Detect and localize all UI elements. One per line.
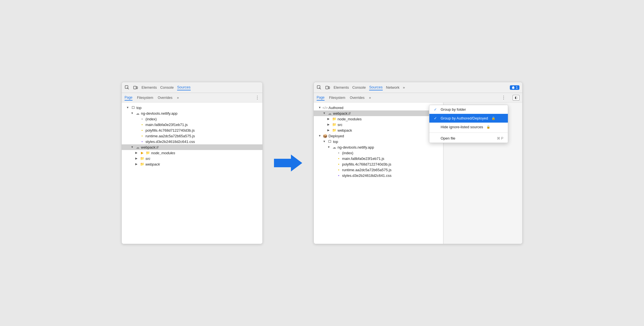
folder-orange-icon-src-left: 📁 bbox=[140, 156, 144, 161]
item-label-styles: styles.d3e2b24618d2c641.css bbox=[145, 140, 195, 144]
right-toolbar-actions: 1 bbox=[510, 85, 519, 90]
right-subtab-more[interactable]: » bbox=[369, 95, 371, 100]
item-label-webpack-folder-left: webpack bbox=[145, 162, 160, 166]
right-tab-network[interactable]: Network bbox=[386, 85, 400, 90]
right-tab-sources[interactable]: Sources bbox=[369, 84, 383, 90]
dropdown-item-open-file[interactable]: ✓ Open file ⌘ P bbox=[429, 134, 508, 143]
notification-badge[interactable]: 1 bbox=[510, 85, 519, 90]
chevron-top bbox=[126, 106, 130, 109]
right-toolbar: Elements Console Sources Network » 1 bbox=[314, 82, 522, 93]
item-label-index: (index) bbox=[145, 117, 157, 121]
tree-item-index[interactable]: ▪ (index) bbox=[122, 116, 262, 122]
right-tab-more[interactable]: » bbox=[403, 85, 405, 90]
chevron-webpack-left bbox=[131, 145, 134, 149]
device-toggle-icon[interactable] bbox=[133, 85, 138, 90]
tree-item-index-deployed[interactable]: ▪ (index) bbox=[314, 150, 443, 156]
left-tab-sources[interactable]: Sources bbox=[177, 84, 191, 90]
tree-item-ng-devtools-deployed[interactable]: ☁ ng-devtools.netlify.app bbox=[314, 144, 443, 150]
tree-item-src-right[interactable]: 📁 src bbox=[314, 122, 443, 127]
dropdown-item-hide-ignore[interactable]: ✓ Hide ignore-listed sources 🔒 bbox=[429, 123, 508, 131]
left-subtab-page[interactable]: Page bbox=[125, 95, 132, 101]
item-label-webpack-authored: webpack:// bbox=[333, 111, 351, 116]
dropdown-item-group-authored-deployed[interactable]: ✓ Group by Authored/Deployed 🔒 bbox=[429, 114, 508, 123]
right-tree-view: </> Authored ☁ webpack:// 📁 node_modules bbox=[314, 103, 443, 244]
tree-item-polyfills[interactable]: ▪ polyfills.4c768d7122740d3b.js bbox=[122, 127, 262, 133]
item-label-top-deployed: top bbox=[333, 140, 338, 144]
item-label-main-deployed: main.fa8bfa0e23f1eb71.js bbox=[342, 157, 384, 161]
tree-item-main-deployed[interactable]: ▪ main.fa8bfa0e23f1eb71.js bbox=[314, 156, 443, 161]
right-devtools-panel: Elements Console Sources Network » 1 Pag… bbox=[314, 82, 523, 244]
tree-item-webpack-folder-right[interactable]: 📁 webpack bbox=[314, 127, 443, 133]
item-label-webpack-left: webpack:// bbox=[141, 145, 158, 149]
left-toolbar: Elements Console Sources bbox=[122, 82, 262, 93]
chevron-src-left bbox=[135, 157, 139, 160]
left-subtab-filesystem[interactable]: Filesystem bbox=[137, 95, 153, 100]
item-label-ng-devtools: ng-devtools.netlify.app bbox=[141, 111, 177, 116]
right-subtoolbar: Page Filesystem Overrides » ⋮ ◧ bbox=[314, 93, 522, 103]
right-subtab-page[interactable]: Page bbox=[317, 95, 325, 101]
tree-item-top[interactable]: ☐ top bbox=[122, 105, 262, 110]
tree-item-polyfills-deployed[interactable]: ▪ polyfills.4c768d7122740d3b.js bbox=[314, 161, 443, 167]
left-subtab-overrides[interactable]: Overrides bbox=[158, 95, 172, 100]
check-icon-group-folder: ✓ bbox=[434, 107, 438, 112]
file-yellow-icon-polyfills: ▪ bbox=[140, 128, 144, 132]
file-gray-index-deployed: ▪ bbox=[336, 151, 341, 155]
left-devtools-panel: Elements Console Sources Page Filesystem… bbox=[121, 82, 263, 244]
tree-item-node-modules-right[interactable]: 📁 node_modules bbox=[314, 116, 443, 122]
svg-point-9 bbox=[513, 89, 514, 89]
item-label-webpack-folder-right: webpack bbox=[338, 128, 352, 132]
right-subtab-filesystem[interactable]: Filesystem bbox=[329, 95, 345, 100]
left-subtoolbar: Page Filesystem Overrides » ⋮ bbox=[122, 93, 262, 103]
inspect-icon[interactable] bbox=[125, 85, 130, 90]
right-tab-elements[interactable]: Elements bbox=[334, 85, 349, 90]
inspect-icon-right[interactable] bbox=[317, 85, 322, 90]
dropdown-shortcut-open-file: ⌘ P bbox=[497, 136, 503, 140]
cloud-icon-webpack-left: ☁ bbox=[135, 145, 140, 149]
tree-item-webpack-authored[interactable]: ☁ webpack:// bbox=[314, 110, 443, 116]
tree-item-styles-deployed[interactable]: ▪ styles.d3e2b24618d2c641.css bbox=[314, 173, 443, 178]
tree-item-node-modules-left[interactable]: ▶ 📁 node_modules bbox=[122, 150, 262, 156]
left-tree-view: ☐ top ☁ ng-devtools.netlify.app ▪ (index… bbox=[122, 103, 262, 244]
tree-item-webpack-folder-left[interactable]: 📁 webpack bbox=[122, 161, 262, 167]
tree-item-runtime-deployed[interactable]: ▪ runtime.aa2dc5a72b65a575.js bbox=[314, 167, 443, 173]
tree-item-ng-devtools[interactable]: ☁ ng-devtools.netlify.app bbox=[122, 110, 262, 116]
left-more-menu-button[interactable]: ⋮ bbox=[255, 95, 260, 100]
svg-rect-8 bbox=[328, 87, 330, 89]
cloud-icon-webpack-authored: ☁ bbox=[327, 111, 332, 116]
chevron-top-deployed bbox=[323, 140, 326, 143]
svg-marker-4 bbox=[274, 155, 302, 171]
item-label-index-deployed: (index) bbox=[342, 151, 353, 155]
item-label-node-modules-left: node_modules bbox=[151, 151, 175, 155]
chevron-webpack-authored bbox=[323, 112, 326, 115]
folder-orange-node-modules-right: 📁 bbox=[332, 117, 336, 121]
device-toggle-icon-right[interactable] bbox=[325, 85, 330, 90]
folder-orange-icon2-node-modules-left: 📁 bbox=[145, 151, 150, 155]
tree-item-runtime[interactable]: ▪ runtime.aa2dc5a72b65a575.js bbox=[122, 133, 262, 139]
chevron-webpack-folder-right bbox=[327, 129, 331, 132]
file-gray-icon-index: ▪ bbox=[140, 117, 144, 121]
screenshot-container: Elements Console Sources Page Filesystem… bbox=[121, 82, 523, 244]
svg-rect-2 bbox=[134, 86, 136, 89]
file-yellow-main-deployed: ▪ bbox=[336, 156, 341, 161]
tree-item-styles[interactable]: ▪ styles.d3e2b24618d2c641.css bbox=[122, 139, 262, 144]
file-purple-icon-styles: ▪ bbox=[140, 139, 144, 144]
svg-rect-3 bbox=[136, 87, 138, 89]
tree-item-top-deployed[interactable]: ☐ top bbox=[314, 139, 443, 144]
sidebar-toggle-button[interactable]: ◧ bbox=[513, 95, 519, 101]
tree-item-webpack-left[interactable]: ☁ webpack:// bbox=[122, 144, 262, 150]
dropdown-separator bbox=[429, 132, 508, 133]
left-subtab-more[interactable]: » bbox=[177, 95, 179, 100]
tree-item-src-left[interactable]: 📁 src bbox=[122, 156, 262, 161]
item-label-src-left: src bbox=[145, 157, 150, 161]
left-tab-elements[interactable]: Elements bbox=[142, 85, 157, 90]
right-more-menu-button[interactable]: ⋮ bbox=[501, 95, 506, 100]
left-tab-console[interactable]: Console bbox=[160, 85, 174, 90]
dropdown-label-group-folder: Group by folder bbox=[441, 107, 466, 112]
tree-item-authored[interactable]: </> Authored bbox=[314, 105, 443, 110]
right-subtab-overrides[interactable]: Overrides bbox=[350, 95, 364, 100]
right-tab-console[interactable]: Console bbox=[352, 85, 366, 90]
tree-item-main-js[interactable]: ▪ main.fa8bfa0e23f1eb71.js bbox=[122, 122, 262, 127]
dropdown-item-group-by-folder[interactable]: ✓ Group by folder bbox=[429, 105, 508, 114]
tree-item-deployed[interactable]: 📦 Deployed bbox=[314, 133, 443, 139]
lock-icon-group-authored: 🔒 bbox=[491, 116, 495, 120]
